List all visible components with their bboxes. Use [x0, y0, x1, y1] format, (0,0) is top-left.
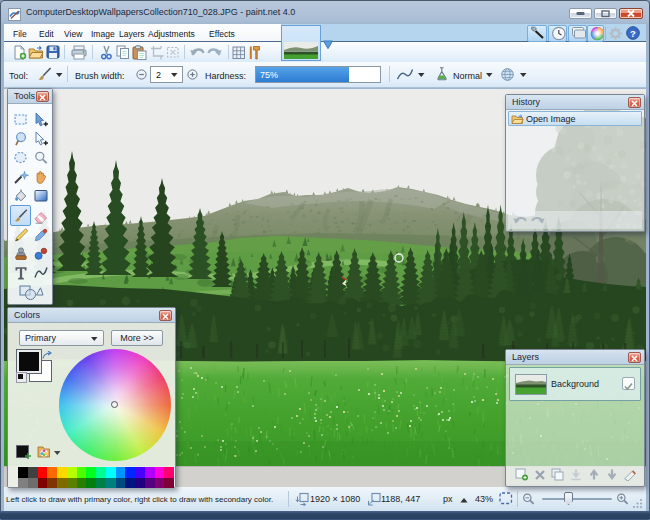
svg-text:?: ?	[630, 28, 636, 39]
